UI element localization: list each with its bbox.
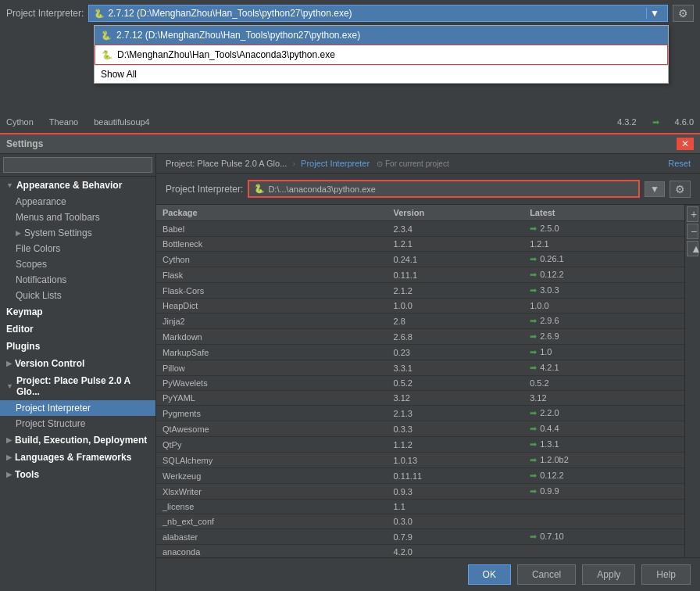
arrow-col: ➡ [652, 117, 659, 127]
top-area: Project Interpreter: 🐍 2.7.12 (D:\Mengha… [0, 0, 700, 30]
dropdown-item-1[interactable]: 🐍 2.7.12 (D:\MenghanZhou\Han_Tools\pytho… [95, 26, 668, 45]
show-all-item[interactable]: Show All [95, 66, 668, 83]
latest-col: 4.6.0 [675, 117, 694, 127]
dropdown-item-2[interactable]: 🐍 D:\MenghanZhou\Han_Tools\Anaconda3\pyt… [95, 45, 668, 65]
pkg-theano: Theano [49, 117, 78, 127]
python-icon: 🐍 [94, 9, 105, 19]
interpreter-label: Project Interpreter: [6, 8, 84, 19]
pkg-cython: Cython [6, 117, 34, 127]
py-icon-1: 🐍 [101, 30, 112, 41]
dropdown-item-2-label: D:\MenghanZhou\Han_Tools\Anaconda3\pytho… [117, 49, 335, 60]
version-col: 4.3.2 [617, 117, 636, 127]
interpreter-bar: Project Interpreter: 🐍 2.7.12 (D:\Mengha… [6, 5, 694, 22]
top-interpreter-dropdown[interactable]: 🐍 2.7.12 (D:\MenghanZhou\Han_Tools\pytho… [88, 5, 668, 22]
small-toolbar: Cython Theano beautifulsoup4 4.3.2 ➡ 4.6… [0, 116, 700, 129]
ana-icon-2: 🐍 [102, 50, 112, 60]
interpreter-value: 2.7.12 (D:\MenghanZhou\Han_Tools\python2… [108, 8, 352, 19]
dropdown-item-1-label: 2.7.12 (D:\MenghanZhou\Han_Tools\python2… [116, 30, 360, 41]
dropdown-arrow-btn[interactable]: ▼ [646, 8, 662, 19]
pkg-bs4: beautifulsoup4 [94, 117, 150, 127]
top-gear-button[interactable]: ⚙ [673, 5, 694, 22]
interpreter-dropdown-menu: 🐍 2.7.12 (D:\MenghanZhou\Han_Tools\pytho… [94, 25, 669, 84]
